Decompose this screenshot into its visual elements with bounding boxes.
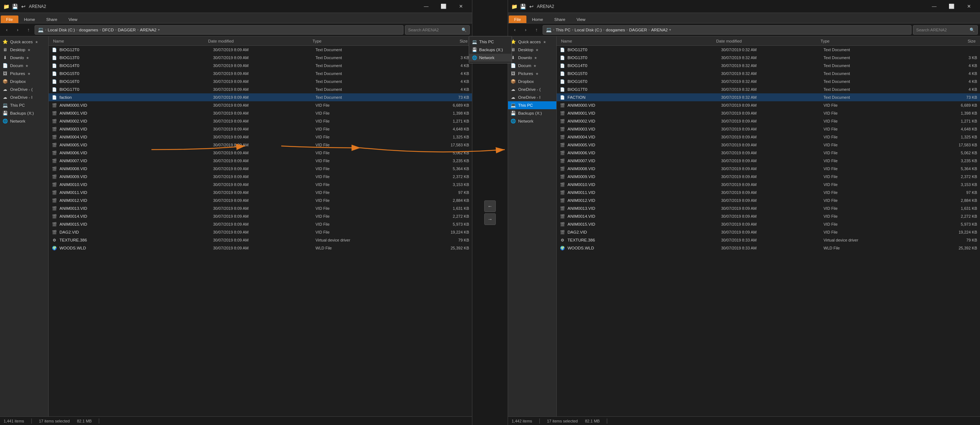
file-row[interactable]: 🎬ANIM0014.VID30/07/2019 8:09 AMVID File2…: [49, 212, 472, 220]
mid-left-button[interactable]: ←: [484, 201, 496, 212]
file-row[interactable]: 📄BIOG17T030/07/2019 8:32 AMText Document…: [557, 86, 980, 93]
file-row[interactable]: 📄BIOG13T030/07/2019 8:32 AMText Document…: [557, 54, 980, 62]
left-close-button[interactable]: ✕: [452, 1, 469, 12]
file-row[interactable]: 🎬ANIM0015.VID30/07/2019 8:09 AMVID File5…: [49, 220, 472, 228]
sidebar-item-dropbox[interactable]: 📦Dropbox: [508, 78, 556, 86]
file-row[interactable]: 📄faction30/07/2019 8:09 AMText Document7…: [49, 93, 472, 101]
sidebar-item-desktop[interactable]: 🖥Desktop ★: [0, 46, 48, 54]
left-col-size[interactable]: Size: [415, 39, 469, 43]
right-close-button[interactable]: ✕: [961, 1, 977, 12]
file-row[interactable]: 🎬ANIM0014.VID30/07/2019 8:09 AMVID File2…: [557, 212, 980, 220]
right-forward-button[interactable]: ›: [521, 25, 530, 35]
file-row[interactable]: 🎬ANIM0000.VID30/07/2019 8:09 AMVID File6…: [557, 101, 980, 109]
file-row[interactable]: 🌍WOODS.WLD30/07/2019 8:09 AMWLD File25,3…: [49, 244, 472, 252]
file-row[interactable]: 📄BIOG13T030/07/2019 8:09 AMText Document…: [49, 54, 472, 62]
file-row[interactable]: 📄BIOG15T030/07/2019 8:09 AMText Document…: [49, 70, 472, 78]
file-row[interactable]: 🎬ANIM0013.VID30/07/2019 8:09 AMVID File1…: [557, 204, 980, 212]
right-col-size[interactable]: Size: [923, 39, 977, 43]
left-forward-button[interactable]: ›: [13, 25, 22, 35]
file-row[interactable]: 🎬ANIM0005.VID30/07/2019 8:09 AMVID File1…: [557, 141, 980, 149]
mid-right-button[interactable]: →: [484, 213, 496, 225]
left-col-date[interactable]: Date modified: [207, 39, 311, 43]
left-address-path[interactable]: 💻 › Local Disk (C:) › dosgames › DFCD › …: [35, 25, 404, 35]
right-up-button[interactable]: ↑: [532, 25, 541, 35]
file-row[interactable]: 🎬ANIM0010.VID30/07/2019 8:09 AMVID File3…: [557, 181, 980, 188]
left-back-button[interactable]: ‹: [2, 25, 11, 35]
right-tab-share[interactable]: Share: [549, 16, 571, 23]
file-row[interactable]: 🎬DAG2.VID30/07/2019 8:09 AMVID File19,22…: [49, 228, 472, 236]
right-tab-home[interactable]: Home: [527, 16, 549, 23]
sidebar-item-quick-acces[interactable]: ⭐Quick acces ★: [508, 38, 556, 46]
file-row[interactable]: 🎬ANIM0005.VID30/07/2019 8:09 AMVID File1…: [49, 141, 472, 149]
file-row[interactable]: 📄BIOG16T030/07/2019 8:32 AMText Document…: [557, 78, 980, 86]
right-search-box[interactable]: Search ARENA2 🔍: [913, 25, 978, 35]
file-row[interactable]: 🎬ANIM0002.VID30/07/2019 8:09 AMVID File1…: [49, 117, 472, 125]
left-col-name[interactable]: Name: [52, 39, 207, 43]
file-row[interactable]: 🎬ANIM0007.VID30/07/2019 8:09 AMVID File3…: [557, 157, 980, 165]
right-col-date[interactable]: Date modified: [714, 39, 819, 43]
sidebar-item-backups-x[interactable]: 💾Backups (X:): [0, 109, 48, 117]
file-row[interactable]: 📄BIOG16T030/07/2019 8:09 AMText Document…: [49, 78, 472, 86]
mid-popup-network[interactable]: 🌐 Network: [469, 54, 512, 62]
file-row[interactable]: 🌍WOODS.WLD30/07/2019 8:33 AMWLD File25,3…: [557, 244, 980, 252]
sidebar-item-onedrive---i[interactable]: ☁OneDrive - I: [0, 93, 48, 101]
sidebar-item-docum[interactable]: 📄Docum ★: [508, 62, 556, 70]
sidebar-item-network[interactable]: 🌐Network: [508, 117, 556, 125]
file-row[interactable]: 📄BIOG12T030/07/2019 0:32 AMText Document: [557, 46, 980, 54]
file-row[interactable]: 📄FACTION30/07/2019 8:32 AMText Document7…: [557, 93, 980, 101]
file-row[interactable]: 🎬ANIM0001.VID30/07/2019 8:09 AMVID File1…: [557, 109, 980, 117]
left-tab-home[interactable]: Home: [19, 16, 41, 23]
file-row[interactable]: 📄BIOG15T030/07/2019 8:32 AMText Document…: [557, 70, 980, 78]
right-col-type[interactable]: Type: [819, 39, 924, 43]
right-maximize-button[interactable]: ⬜: [943, 1, 960, 12]
file-row[interactable]: ⚙TEXTURE.38630/07/2019 8:33 AMVirtual de…: [557, 236, 980, 244]
file-row[interactable]: 🎬ANIM0011.VID30/07/2019 8:09 AMVID File9…: [557, 188, 980, 196]
file-row[interactable]: 🎬ANIM0007.VID30/07/2019 8:09 AMVID File3…: [49, 157, 472, 165]
file-row[interactable]: 🎬ANIM0013.VID30/07/2019 8:09 AMVID File1…: [49, 204, 472, 212]
file-row[interactable]: 🎬ANIM0004.VID30/07/2019 8:09 AMVID File1…: [49, 133, 472, 141]
file-row[interactable]: 🎬ANIM0003.VID30/07/2019 8:09 AMVID File4…: [49, 125, 472, 133]
file-row[interactable]: 🎬ANIM0008.VID30/07/2019 8:09 AMVID File5…: [557, 165, 980, 173]
sidebar-item-this-pc[interactable]: 💻This PC: [0, 101, 48, 109]
file-row[interactable]: 🎬ANIM0001.VID30/07/2019 8:09 AMVID File1…: [49, 109, 472, 117]
sidebar-item-onedrive---[interactable]: ☁OneDrive - (: [0, 86, 48, 93]
file-row[interactable]: 🎬ANIM0009.VID30/07/2019 8:09 AMVID File2…: [49, 173, 472, 181]
file-row[interactable]: 🎬ANIM0000.VID30/07/2019 8:09 AMVID File6…: [49, 101, 472, 109]
file-row[interactable]: 🎬DAG2.VID30/07/2019 8:09 AMVID File19,22…: [557, 228, 980, 236]
file-row[interactable]: 🎬ANIM0002.VID30/07/2019 8:09 AMVID File1…: [557, 117, 980, 125]
sidebar-item-desktop[interactable]: 🖥Desktop ★: [508, 46, 556, 54]
file-row[interactable]: 📄BIOG14T030/07/2019 8:32 AMText Document…: [557, 62, 980, 70]
file-row[interactable]: 📄BIOG14T030/07/2019 8:09 AMText Document…: [49, 62, 472, 70]
sidebar-item-pictures[interactable]: 🖼Pictures ★: [0, 70, 48, 78]
sidebar-item-pictures[interactable]: 🖼Pictures ★: [508, 70, 556, 78]
sidebar-item-docum[interactable]: 📄Docum ★: [0, 62, 48, 70]
mid-popup-this-pc[interactable]: 💻 This PC: [469, 38, 512, 46]
sidebar-item-dropbox[interactable]: 📦Dropbox: [0, 78, 48, 86]
file-row[interactable]: 📄BIOG12T030/07/2019 8:09 AMText Document: [49, 46, 472, 54]
file-row[interactable]: 🎬ANIM0009.VID30/07/2019 8:09 AMVID File2…: [557, 173, 980, 181]
sidebar-item-onedrive---i[interactable]: ☁OneDrive - I: [508, 93, 556, 101]
right-col-name[interactable]: Name: [560, 39, 714, 43]
sidebar-item-backups-x[interactable]: 💾Backups (X:): [508, 109, 556, 117]
sidebar-item-downlo[interactable]: ⬇Downlo ★: [0, 54, 48, 62]
left-minimize-button[interactable]: —: [418, 1, 434, 12]
file-row[interactable]: 🎬ANIM0006.VID30/07/2019 8:09 AMVID File5…: [49, 149, 472, 157]
left-col-type[interactable]: Type: [311, 39, 416, 43]
sidebar-item-this-pc[interactable]: 💻This PC: [508, 101, 556, 109]
left-tab-view[interactable]: View: [63, 16, 83, 23]
right-tab-view[interactable]: View: [571, 16, 591, 23]
right-back-button[interactable]: ‹: [510, 25, 520, 35]
right-tab-file[interactable]: File: [509, 16, 527, 23]
file-row[interactable]: 🎬ANIM0008.VID30/07/2019 8:09 AMVID File5…: [49, 165, 472, 173]
sidebar-item-onedrive---[interactable]: ☁OneDrive - (: [508, 86, 556, 93]
file-row[interactable]: 🎬ANIM0012.VID30/07/2019 8:09 AMVID File2…: [557, 196, 980, 204]
file-row[interactable]: ⚙TEXTURE.38630/07/2019 8:09 AMVirtual de…: [49, 236, 472, 244]
left-search-box[interactable]: Search ARENA2 🔍: [405, 25, 470, 35]
right-minimize-button[interactable]: —: [926, 1, 942, 12]
left-tab-file[interactable]: File: [1, 16, 18, 23]
sidebar-item-quick-acces[interactable]: ⭐Quick acces ★: [0, 38, 48, 46]
file-row[interactable]: 🎬ANIM0006.VID30/07/2019 8:09 AMVID File5…: [557, 149, 980, 157]
file-row[interactable]: 🎬ANIM0004.VID30/07/2019 8:09 AMVID File1…: [557, 133, 980, 141]
right-address-path[interactable]: 💻 › This PC › Local Disk (C:) › dosgames…: [542, 25, 912, 35]
sidebar-item-downlo[interactable]: ⬇Downlo ★: [508, 54, 556, 62]
